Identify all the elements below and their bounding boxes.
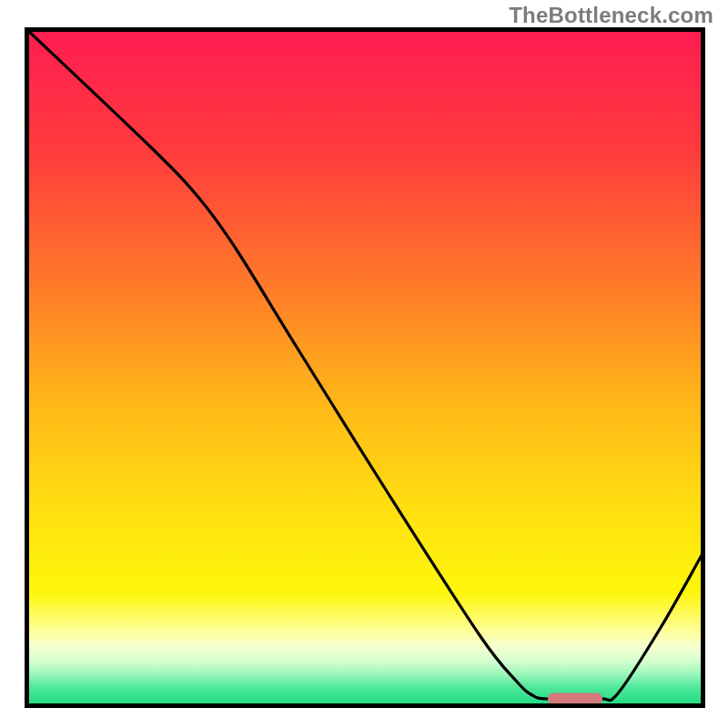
chart-container: TheBottleneck.com [0,0,728,728]
valley-marker [548,693,602,705]
gradient-rect [25,27,705,708]
plot-area [25,27,705,708]
chart-svg [25,27,705,708]
watermark-text: TheBottleneck.com [509,3,713,28]
